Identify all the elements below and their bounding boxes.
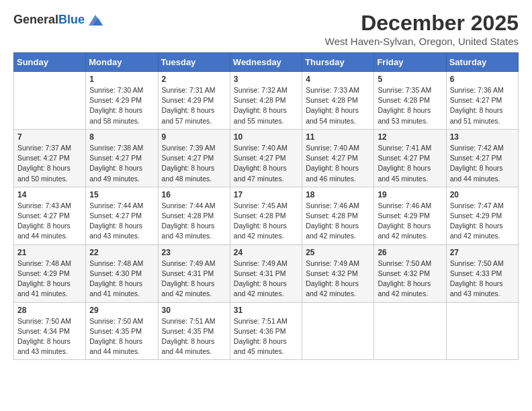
calendar-cell: 26Sunrise: 7:50 AMSunset: 4:32 PMDayligh… (374, 244, 446, 302)
calendar-cell: 29Sunrise: 7:50 AMSunset: 4:35 PMDayligh… (86, 302, 158, 360)
day-info: Sunrise: 7:46 AMSunset: 4:29 PMDaylight:… (378, 201, 442, 242)
calendar-cell (14, 72, 86, 130)
calendar-cell: 10Sunrise: 7:40 AMSunset: 4:27 PMDayligh… (230, 129, 302, 187)
day-number: 6 (450, 75, 515, 84)
day-info: Sunrise: 7:33 AMSunset: 4:28 PMDaylight:… (306, 85, 370, 126)
day-number: 27 (450, 248, 515, 257)
day-number: 2 (162, 75, 226, 84)
week-row-5: 28Sunrise: 7:50 AMSunset: 4:34 PMDayligh… (14, 302, 519, 360)
calendar-cell: 19Sunrise: 7:46 AMSunset: 4:29 PMDayligh… (374, 187, 446, 244)
header-day-saturday: Saturday (446, 53, 518, 72)
header-day-wednesday: Wednesday (230, 53, 302, 72)
day-number: 14 (17, 190, 82, 199)
calendar-cell: 3Sunrise: 7:32 AMSunset: 4:28 PMDaylight… (230, 72, 302, 130)
day-number: 10 (234, 132, 298, 142)
week-row-4: 21Sunrise: 7:48 AMSunset: 4:29 PMDayligh… (14, 244, 519, 302)
header-day-monday: Monday (86, 53, 158, 72)
calendar-table: SundayMondayTuesdayWednesdayThursdayFrid… (13, 52, 519, 360)
day-info: Sunrise: 7:48 AMSunset: 4:29 PMDaylight:… (17, 259, 82, 300)
week-row-3: 14Sunrise: 7:43 AMSunset: 4:27 PMDayligh… (14, 187, 519, 244)
day-number: 16 (162, 190, 226, 199)
calendar-cell: 30Sunrise: 7:51 AMSunset: 4:35 PMDayligh… (158, 302, 230, 360)
calendar-cell: 7Sunrise: 7:37 AMSunset: 4:27 PMDaylight… (14, 129, 86, 187)
day-info: Sunrise: 7:50 AMSunset: 4:34 PMDaylight:… (17, 316, 82, 357)
calendar-cell: 12Sunrise: 7:41 AMSunset: 4:27 PMDayligh… (374, 129, 446, 187)
day-number: 23 (162, 248, 226, 257)
logo: GeneralBlue (13, 11, 105, 30)
day-info: Sunrise: 7:35 AMSunset: 4:28 PMDaylight:… (378, 85, 442, 126)
calendar-cell: 24Sunrise: 7:49 AMSunset: 4:31 PMDayligh… (230, 244, 302, 302)
day-info: Sunrise: 7:50 AMSunset: 4:33 PMDaylight:… (450, 259, 515, 300)
day-info: Sunrise: 7:40 AMSunset: 4:27 PMDaylight:… (234, 143, 298, 184)
day-info: Sunrise: 7:43 AMSunset: 4:27 PMDaylight:… (17, 201, 82, 242)
calendar-cell: 13Sunrise: 7:42 AMSunset: 4:27 PMDayligh… (446, 129, 518, 187)
day-info: Sunrise: 7:38 AMSunset: 4:27 PMDaylight:… (89, 143, 154, 184)
header-row: SundayMondayTuesdayWednesdayThursdayFrid… (14, 53, 519, 72)
day-info: Sunrise: 7:46 AMSunset: 4:28 PMDaylight:… (306, 201, 370, 242)
day-number: 31 (234, 306, 298, 315)
day-info: Sunrise: 7:41 AMSunset: 4:27 PMDaylight:… (378, 143, 442, 184)
title-block: December 2025 West Haven-Sylvan, Oregon,… (325, 11, 519, 47)
calendar-cell: 23Sunrise: 7:49 AMSunset: 4:31 PMDayligh… (158, 244, 230, 302)
calendar-cell: 22Sunrise: 7:48 AMSunset: 4:30 PMDayligh… (86, 244, 158, 302)
calendar-cell (302, 302, 374, 360)
day-number: 13 (450, 132, 515, 142)
day-info: Sunrise: 7:51 AMSunset: 4:36 PMDaylight:… (234, 316, 298, 357)
day-info: Sunrise: 7:50 AMSunset: 4:32 PMDaylight:… (378, 259, 442, 300)
day-info: Sunrise: 7:36 AMSunset: 4:27 PMDaylight:… (450, 85, 515, 126)
day-info: Sunrise: 7:44 AMSunset: 4:28 PMDaylight:… (162, 201, 226, 242)
calendar-cell: 6Sunrise: 7:36 AMSunset: 4:27 PMDaylight… (446, 72, 518, 130)
day-number: 15 (89, 190, 154, 199)
day-number: 8 (89, 132, 154, 142)
main-title: December 2025 (325, 11, 519, 36)
calendar-cell: 18Sunrise: 7:46 AMSunset: 4:28 PMDayligh… (302, 187, 374, 244)
day-number: 3 (234, 75, 298, 84)
page-header: GeneralBlue December 2025 West Haven-Syl… (13, 11, 519, 47)
calendar-cell: 9Sunrise: 7:39 AMSunset: 4:27 PMDaylight… (158, 129, 230, 187)
calendar-cell: 25Sunrise: 7:49 AMSunset: 4:32 PMDayligh… (302, 244, 374, 302)
calendar-cell: 5Sunrise: 7:35 AMSunset: 4:28 PMDaylight… (374, 72, 446, 130)
day-info: Sunrise: 7:40 AMSunset: 4:27 PMDaylight:… (306, 143, 370, 184)
day-info: Sunrise: 7:42 AMSunset: 4:27 PMDaylight:… (450, 143, 515, 184)
day-number: 11 (306, 132, 370, 142)
subtitle: West Haven-Sylvan, Oregon, United States (325, 36, 519, 47)
day-number: 28 (17, 306, 82, 315)
day-info: Sunrise: 7:31 AMSunset: 4:29 PMDaylight:… (162, 85, 226, 126)
calendar-cell: 15Sunrise: 7:44 AMSunset: 4:27 PMDayligh… (86, 187, 158, 244)
calendar-cell: 1Sunrise: 7:30 AMSunset: 4:29 PMDaylight… (86, 72, 158, 130)
calendar-cell: 31Sunrise: 7:51 AMSunset: 4:36 PMDayligh… (230, 302, 302, 360)
day-number: 29 (89, 306, 154, 315)
calendar-cell: 16Sunrise: 7:44 AMSunset: 4:28 PMDayligh… (158, 187, 230, 244)
day-number: 18 (306, 190, 370, 199)
day-number: 30 (162, 306, 226, 315)
day-info: Sunrise: 7:49 AMSunset: 4:31 PMDaylight:… (162, 259, 226, 300)
day-info: Sunrise: 7:32 AMSunset: 4:28 PMDaylight:… (234, 85, 298, 126)
calendar-cell: 17Sunrise: 7:45 AMSunset: 4:28 PMDayligh… (230, 187, 302, 244)
day-info: Sunrise: 7:49 AMSunset: 4:32 PMDaylight:… (306, 259, 370, 300)
calendar-cell: 2Sunrise: 7:31 AMSunset: 4:29 PMDaylight… (158, 72, 230, 130)
day-number: 7 (17, 132, 82, 142)
calendar-cell (446, 302, 518, 360)
day-number: 21 (17, 248, 82, 257)
day-number: 12 (378, 132, 442, 142)
day-info: Sunrise: 7:49 AMSunset: 4:31 PMDaylight:… (234, 259, 298, 300)
header-day-sunday: Sunday (14, 53, 86, 72)
day-info: Sunrise: 7:30 AMSunset: 4:29 PMDaylight:… (89, 85, 154, 126)
day-number: 9 (162, 132, 226, 142)
calendar-cell: 11Sunrise: 7:40 AMSunset: 4:27 PMDayligh… (302, 129, 374, 187)
day-info: Sunrise: 7:50 AMSunset: 4:35 PMDaylight:… (89, 316, 154, 357)
calendar-cell: 8Sunrise: 7:38 AMSunset: 4:27 PMDaylight… (86, 129, 158, 187)
week-row-1: 1Sunrise: 7:30 AMSunset: 4:29 PMDaylight… (14, 72, 519, 130)
day-number: 25 (306, 248, 370, 257)
day-number: 26 (378, 248, 442, 257)
day-info: Sunrise: 7:51 AMSunset: 4:35 PMDaylight:… (162, 316, 226, 357)
calendar-cell: 14Sunrise: 7:43 AMSunset: 4:27 PMDayligh… (14, 187, 86, 244)
logo-text: GeneralBlue (13, 13, 85, 28)
day-number: 19 (378, 190, 442, 199)
header-day-thursday: Thursday (302, 53, 374, 72)
calendar-cell: 27Sunrise: 7:50 AMSunset: 4:33 PMDayligh… (446, 244, 518, 302)
calendar-cell: 20Sunrise: 7:47 AMSunset: 4:29 PMDayligh… (446, 187, 518, 244)
calendar-cell: 28Sunrise: 7:50 AMSunset: 4:34 PMDayligh… (14, 302, 86, 360)
day-info: Sunrise: 7:45 AMSunset: 4:28 PMDaylight:… (234, 201, 298, 242)
day-number: 22 (89, 248, 154, 257)
